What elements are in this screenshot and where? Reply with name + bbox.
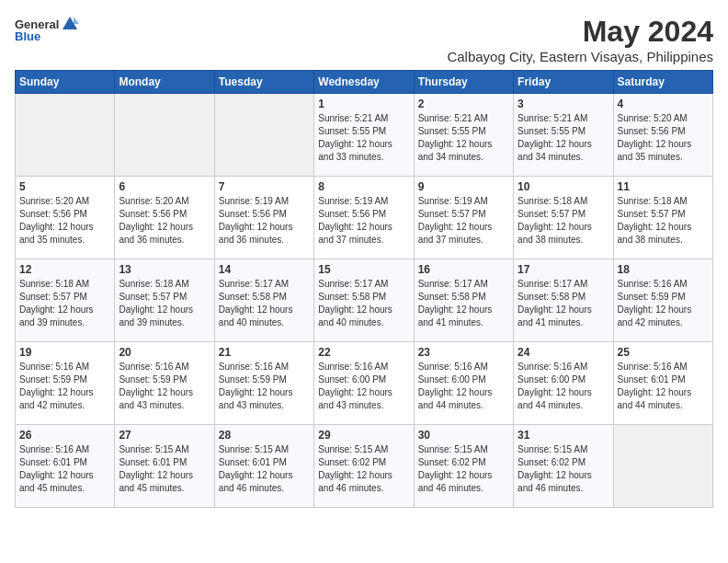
calendar-cell: [214, 94, 313, 177]
cell-info: Sunrise: 5:18 AM Sunset: 5:57 PM Dayligh…: [618, 195, 709, 247]
svg-marker-1: [74, 17, 79, 24]
cell-info: Sunrise: 5:18 AM Sunset: 5:57 PM Dayligh…: [518, 195, 609, 247]
cell-info: Sunrise: 5:15 AM Sunset: 6:02 PM Dayligh…: [418, 443, 509, 495]
cell-info: Sunrise: 5:16 AM Sunset: 5:59 PM Dayligh…: [618, 278, 709, 329]
cell-info: Sunrise: 5:16 AM Sunset: 6:01 PM Dayligh…: [19, 443, 110, 495]
cell-info: Sunrise: 5:16 AM Sunset: 5:59 PM Dayligh…: [219, 361, 310, 412]
day-number: 27: [119, 429, 210, 442]
day-number: 20: [119, 346, 210, 359]
calendar-cell: 6Sunrise: 5:20 AM Sunset: 5:56 PM Daylig…: [115, 177, 214, 259]
day-number: 4: [618, 98, 709, 110]
cell-info: Sunrise: 5:19 AM Sunset: 5:56 PM Dayligh…: [219, 195, 310, 247]
calendar-cell: 23Sunrise: 5:16 AM Sunset: 6:00 PM Dayli…: [414, 342, 513, 425]
calendar-cell: 28Sunrise: 5:15 AM Sunset: 6:01 PM Dayli…: [214, 425, 313, 508]
weekday-header: Tuesday: [214, 71, 313, 94]
page-header: General Blue May 2024 Calbayog City, Eas…: [15, 15, 713, 64]
cell-info: Sunrise: 5:16 AM Sunset: 6:01 PM Dayligh…: [618, 361, 709, 412]
cell-info: Sunrise: 5:16 AM Sunset: 6:00 PM Dayligh…: [518, 361, 609, 412]
cell-info: Sunrise: 5:21 AM Sunset: 5:55 PM Dayligh…: [418, 112, 509, 164]
day-number: 7: [219, 180, 310, 193]
day-number: 22: [318, 346, 409, 359]
cell-info: Sunrise: 5:17 AM Sunset: 5:58 PM Dayligh…: [518, 278, 609, 329]
calendar-cell: 3Sunrise: 5:21 AM Sunset: 5:55 PM Daylig…: [514, 94, 613, 177]
cell-info: Sunrise: 5:20 AM Sunset: 5:56 PM Dayligh…: [19, 195, 110, 247]
calendar-table: SundayMondayTuesdayWednesdayThursdayFrid…: [15, 70, 713, 508]
day-number: 6: [119, 180, 210, 193]
day-number: 31: [518, 429, 609, 442]
calendar-cell: 8Sunrise: 5:19 AM Sunset: 5:56 PM Daylig…: [314, 177, 414, 259]
calendar-cell: 25Sunrise: 5:16 AM Sunset: 6:01 PM Dayli…: [613, 342, 712, 425]
calendar-cell: 16Sunrise: 5:17 AM Sunset: 5:58 PM Dayli…: [414, 259, 513, 342]
calendar-cell: 30Sunrise: 5:15 AM Sunset: 6:02 PM Dayli…: [414, 425, 513, 508]
calendar-cell: [613, 425, 712, 508]
day-number: 28: [219, 429, 310, 442]
logo-blue: Blue: [15, 29, 40, 43]
calendar-cell: 24Sunrise: 5:16 AM Sunset: 6:00 PM Dayli…: [514, 342, 613, 425]
calendar-week-row: 12Sunrise: 5:18 AM Sunset: 5:57 PM Dayli…: [16, 259, 713, 342]
cell-info: Sunrise: 5:15 AM Sunset: 6:02 PM Dayligh…: [518, 443, 609, 495]
cell-info: Sunrise: 5:18 AM Sunset: 5:57 PM Dayligh…: [19, 278, 110, 329]
calendar-cell: 9Sunrise: 5:19 AM Sunset: 5:57 PM Daylig…: [414, 177, 513, 259]
day-number: 26: [19, 429, 110, 442]
calendar-cell: 14Sunrise: 5:17 AM Sunset: 5:58 PM Dayli…: [214, 259, 313, 342]
day-number: 16: [418, 263, 509, 276]
cell-info: Sunrise: 5:16 AM Sunset: 6:00 PM Dayligh…: [418, 361, 509, 412]
calendar-cell: 15Sunrise: 5:17 AM Sunset: 5:58 PM Dayli…: [314, 259, 414, 342]
weekday-header: Wednesday: [314, 71, 414, 94]
cell-info: Sunrise: 5:20 AM Sunset: 5:56 PM Dayligh…: [618, 112, 709, 164]
calendar-cell: 10Sunrise: 5:18 AM Sunset: 5:57 PM Dayli…: [514, 177, 613, 259]
day-number: 24: [518, 346, 609, 359]
calendar-cell: 18Sunrise: 5:16 AM Sunset: 5:59 PM Dayli…: [613, 259, 712, 342]
day-number: 2: [418, 98, 509, 110]
calendar-cell: 11Sunrise: 5:18 AM Sunset: 5:57 PM Dayli…: [613, 177, 712, 259]
day-number: 21: [219, 346, 310, 359]
calendar-cell: 19Sunrise: 5:16 AM Sunset: 5:59 PM Dayli…: [16, 342, 115, 425]
cell-info: Sunrise: 5:16 AM Sunset: 5:59 PM Dayligh…: [19, 361, 110, 412]
calendar-week-row: 19Sunrise: 5:16 AM Sunset: 5:59 PM Dayli…: [16, 342, 713, 425]
cell-info: Sunrise: 5:18 AM Sunset: 5:57 PM Dayligh…: [119, 278, 210, 329]
logo: General Blue: [15, 15, 79, 43]
cell-info: Sunrise: 5:16 AM Sunset: 6:00 PM Dayligh…: [318, 361, 409, 412]
day-number: 13: [119, 263, 210, 276]
day-number: 8: [318, 180, 409, 193]
title-block: May 2024 Calbayog City, Eastern Visayas,…: [447, 15, 713, 64]
cell-info: Sunrise: 5:15 AM Sunset: 6:01 PM Dayligh…: [119, 443, 210, 495]
day-number: 5: [19, 180, 110, 193]
weekday-header: Friday: [514, 71, 613, 94]
calendar-cell: 7Sunrise: 5:19 AM Sunset: 5:56 PM Daylig…: [214, 177, 313, 259]
cell-info: Sunrise: 5:20 AM Sunset: 5:56 PM Dayligh…: [119, 195, 210, 247]
day-number: 10: [518, 180, 609, 193]
cell-info: Sunrise: 5:17 AM Sunset: 5:58 PM Dayligh…: [418, 278, 509, 329]
logo-icon: [61, 15, 79, 33]
day-number: 12: [19, 263, 110, 276]
calendar-cell: 2Sunrise: 5:21 AM Sunset: 5:55 PM Daylig…: [414, 94, 513, 177]
calendar-cell: 17Sunrise: 5:17 AM Sunset: 5:58 PM Dayli…: [514, 259, 613, 342]
day-number: 18: [618, 263, 709, 276]
cell-info: Sunrise: 5:19 AM Sunset: 5:57 PM Dayligh…: [418, 195, 509, 247]
calendar-cell: 26Sunrise: 5:16 AM Sunset: 6:01 PM Dayli…: [16, 425, 115, 508]
calendar-cell: [115, 94, 214, 177]
calendar-cell: [16, 94, 115, 177]
calendar-cell: 12Sunrise: 5:18 AM Sunset: 5:57 PM Dayli…: [16, 259, 115, 342]
calendar-week-row: 1Sunrise: 5:21 AM Sunset: 5:55 PM Daylig…: [16, 94, 713, 177]
cell-info: Sunrise: 5:17 AM Sunset: 5:58 PM Dayligh…: [219, 278, 310, 329]
calendar-week-row: 5Sunrise: 5:20 AM Sunset: 5:56 PM Daylig…: [16, 177, 713, 259]
calendar-cell: 1Sunrise: 5:21 AM Sunset: 5:55 PM Daylig…: [314, 94, 414, 177]
calendar-cell: 13Sunrise: 5:18 AM Sunset: 5:57 PM Dayli…: [115, 259, 214, 342]
calendar-cell: 5Sunrise: 5:20 AM Sunset: 5:56 PM Daylig…: [16, 177, 115, 259]
cell-info: Sunrise: 5:17 AM Sunset: 5:58 PM Dayligh…: [318, 278, 409, 329]
weekday-header: Sunday: [16, 71, 115, 94]
cell-info: Sunrise: 5:16 AM Sunset: 5:59 PM Dayligh…: [119, 361, 210, 412]
cell-info: Sunrise: 5:21 AM Sunset: 5:55 PM Dayligh…: [518, 112, 609, 164]
day-number: 29: [318, 429, 409, 442]
cell-info: Sunrise: 5:15 AM Sunset: 6:01 PM Dayligh…: [219, 443, 310, 495]
day-number: 19: [19, 346, 110, 359]
cell-info: Sunrise: 5:19 AM Sunset: 5:56 PM Dayligh…: [318, 195, 409, 247]
weekday-header-row: SundayMondayTuesdayWednesdayThursdayFrid…: [16, 71, 713, 94]
cell-info: Sunrise: 5:21 AM Sunset: 5:55 PM Dayligh…: [318, 112, 409, 164]
month-title: May 2024: [447, 15, 713, 49]
day-number: 9: [418, 180, 509, 193]
calendar-cell: 31Sunrise: 5:15 AM Sunset: 6:02 PM Dayli…: [514, 425, 613, 508]
cell-info: Sunrise: 5:15 AM Sunset: 6:02 PM Dayligh…: [318, 443, 409, 495]
day-number: 17: [518, 263, 609, 276]
